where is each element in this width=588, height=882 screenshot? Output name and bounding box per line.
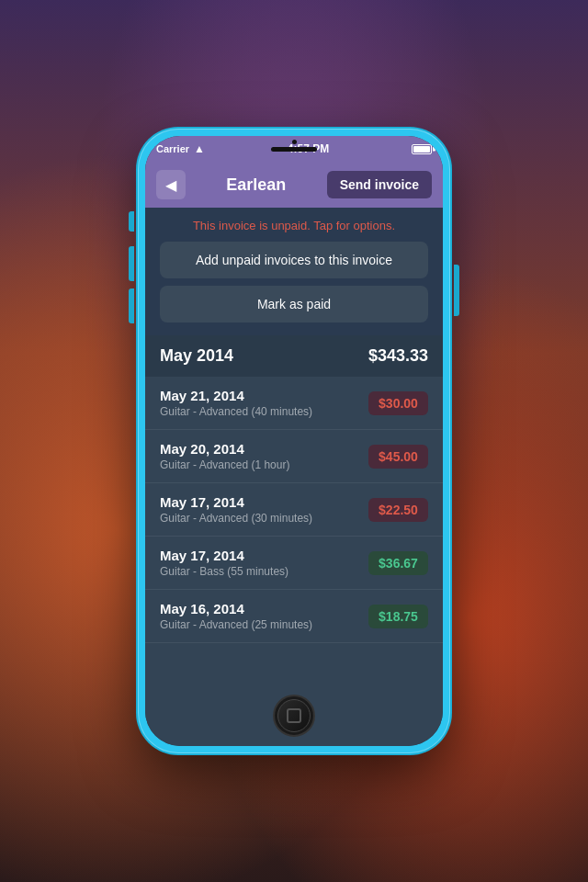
- invoice-date: May 20, 2014: [160, 441, 368, 457]
- battery-level: [413, 146, 430, 153]
- invoice-list: May 21, 2014 Guitar - Advanced (40 minut…: [145, 377, 443, 746]
- notch: [271, 136, 317, 152]
- invoice-item[interactable]: May 20, 2014 Guitar - Advanced (1 hour) …: [145, 430, 443, 483]
- add-unpaid-button[interactable]: Add unpaid invoices to this invoice: [160, 242, 428, 278]
- invoice-amount: $30.00: [368, 391, 428, 415]
- invoice-description: Guitar - Advanced (30 minutes): [160, 512, 368, 525]
- send-invoice-button[interactable]: Send invoice: [327, 171, 432, 198]
- volume-down-button[interactable]: [129, 288, 134, 323]
- invoice-description: Guitar - Advanced (25 minutes): [160, 618, 368, 631]
- month-label: May 2014: [160, 346, 233, 366]
- phone-screen: Carrier ▲ 4:57 PM ◀ Earlean Send invoice: [145, 136, 443, 746]
- month-header: May 2014 $343.33: [145, 335, 443, 377]
- home-button[interactable]: [273, 695, 315, 737]
- carrier-label: Carrier: [156, 143, 189, 154]
- invoice-description: Guitar - Advanced (1 hour): [160, 458, 368, 471]
- speaker: [271, 147, 317, 152]
- invoice-info: May 16, 2014 Guitar - Advanced (25 minut…: [160, 601, 368, 631]
- invoice-info: May 21, 2014 Guitar - Advanced (40 minut…: [160, 388, 368, 418]
- wifi-icon: ▲: [194, 142, 205, 155]
- unpaid-banner: This invoice is unpaid. Tap for options.…: [145, 208, 443, 335]
- nav-title: Earlean: [226, 175, 286, 195]
- invoice-date: May 17, 2014: [160, 548, 368, 563]
- invoice-description: Guitar - Advanced (40 minutes): [160, 405, 368, 418]
- status-left: Carrier ▲: [156, 142, 205, 155]
- app-screen: Carrier ▲ 4:57 PM ◀ Earlean Send invoice: [145, 136, 443, 746]
- invoice-amount: $45.00: [368, 445, 428, 469]
- invoice-amount: $36.67: [368, 551, 428, 575]
- phone-device: Carrier ▲ 4:57 PM ◀ Earlean Send invoice: [138, 129, 450, 753]
- front-camera: [292, 140, 297, 144]
- back-icon: ◀: [165, 176, 176, 194]
- mute-button[interactable]: [129, 211, 134, 232]
- invoice-info: May 17, 2014 Guitar - Advanced (30 minut…: [160, 494, 368, 525]
- invoice-amount: $22.50: [368, 498, 428, 522]
- volume-up-button[interactable]: [129, 246, 134, 281]
- invoice-description: Guitar - Bass (55 minutes): [160, 565, 368, 578]
- invoice-amount: $18.75: [368, 605, 428, 628]
- mark-paid-button[interactable]: Mark as paid: [160, 286, 428, 322]
- invoice-info: May 20, 2014 Guitar - Advanced (1 hour): [160, 441, 368, 471]
- home-button-square: [287, 708, 301, 723]
- status-right: [412, 144, 432, 154]
- power-button[interactable]: [454, 265, 459, 316]
- invoice-item[interactable]: May 17, 2014 Guitar - Bass (55 minutes) …: [145, 537, 443, 590]
- back-button[interactable]: ◀: [156, 170, 186, 199]
- invoice-item[interactable]: May 16, 2014 Guitar - Advanced (25 minut…: [145, 590, 443, 643]
- invoice-item[interactable]: May 17, 2014 Guitar - Advanced (30 minut…: [145, 483, 443, 537]
- invoice-date: May 17, 2014: [160, 494, 368, 510]
- month-total: $343.33: [368, 346, 428, 366]
- invoice-date: May 21, 2014: [160, 388, 368, 403]
- nav-bar: ◀ Earlean Send invoice: [145, 162, 443, 208]
- invoice-date: May 16, 2014: [160, 601, 368, 616]
- unpaid-message[interactable]: This invoice is unpaid. Tap for options.: [160, 219, 428, 232]
- battery-icon: [412, 144, 432, 154]
- invoice-info: May 17, 2014 Guitar - Bass (55 minutes): [160, 548, 368, 578]
- invoice-item[interactable]: May 21, 2014 Guitar - Advanced (40 minut…: [145, 377, 443, 430]
- home-button-inner: [277, 699, 311, 732]
